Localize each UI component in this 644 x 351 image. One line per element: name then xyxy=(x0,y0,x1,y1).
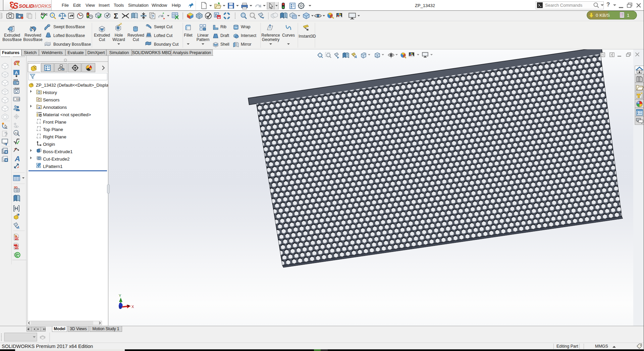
svg-text:w: w xyxy=(217,15,220,19)
svg-text:03: 03 xyxy=(17,98,20,100)
svg-text:3D: 3D xyxy=(14,235,17,237)
svg-text:A: A xyxy=(16,225,19,229)
svg-text:A: A xyxy=(354,55,357,59)
svg-text:WORKS: WORKS xyxy=(33,3,51,9)
svg-text:PDF: PDF xyxy=(15,237,19,240)
svg-text:SOLID: SOLID xyxy=(19,3,34,9)
svg-text:PDF: PDF xyxy=(15,247,19,249)
svg-text:S: S xyxy=(13,1,18,10)
svg-text:Σ: Σ xyxy=(114,12,118,20)
svg-text:Y: Y xyxy=(119,294,121,298)
svg-text:0 KB/S: 0 KB/S xyxy=(596,13,610,18)
svg-text:A1: A1 xyxy=(15,131,18,135)
svg-text:1: 1 xyxy=(627,13,630,18)
svg-text:A: A xyxy=(14,155,20,163)
svg-text:A: A xyxy=(15,70,18,75)
svg-text:3D: 3D xyxy=(15,244,18,247)
svg-text:?: ? xyxy=(152,14,154,18)
svg-text:X: X xyxy=(131,305,134,309)
svg-text:A: A xyxy=(38,106,40,109)
